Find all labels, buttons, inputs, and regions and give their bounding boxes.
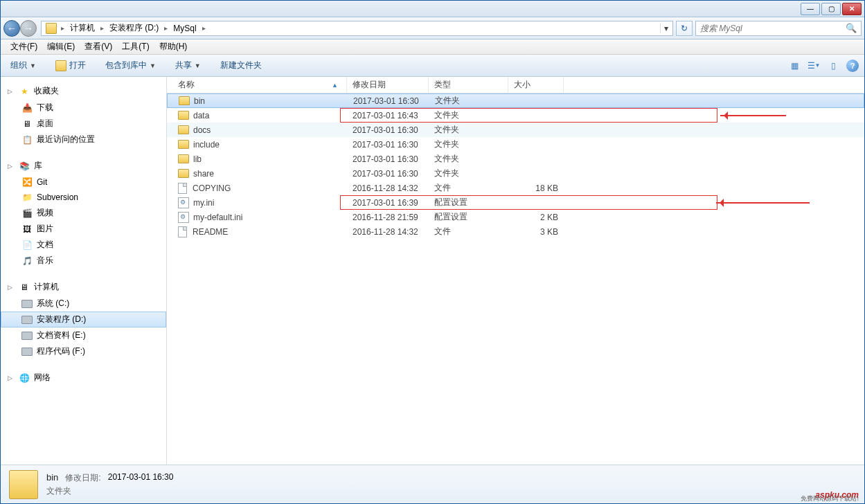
file-type: 文件夹	[429, 166, 508, 181]
address-dropdown[interactable]: ▾	[660, 24, 671, 33]
star-icon: ★	[19, 86, 30, 97]
help-icon[interactable]: ?	[846, 60, 859, 72]
breadcrumb-drive[interactable]: 安装程序 (D:)	[107, 21, 161, 35]
file-name: docs	[193, 125, 211, 135]
file-row[interactable]: my-default.ini2016-11-28 21:59配置设置2 KB	[167, 210, 864, 224]
search-bar[interactable]: 🔍	[695, 21, 862, 36]
sidebar-favorites[interactable]: ▷ ★ 收藏夹	[1, 82, 166, 100]
file-row[interactable]: my.ini2017-03-01 16:39配置设置	[167, 195, 864, 210]
column-type[interactable]: 类型	[429, 77, 508, 93]
sidebar-libraries[interactable]: ▷ 📚 库	[1, 157, 166, 174]
computer-icon: 🖥	[19, 282, 30, 293]
watermark-subtitle: 免费网站源码下载站!	[801, 494, 859, 503]
sidebar-network[interactable]: ▷ 🌐 网络	[1, 369, 166, 386]
drive-icon	[21, 348, 33, 356]
sidebar-videos[interactable]: 🎬视频	[1, 205, 166, 221]
status-date-label: 修改日期:	[65, 472, 100, 484]
view-options-icon[interactable]: ▦	[788, 60, 801, 72]
toolbar: 组织▼ 打开 包含到库中▼ 共享▼ 新建文件夹 ▦ ☰ ▼ ▯ ?	[1, 55, 864, 77]
menu-help[interactable]: 帮助(H)	[155, 39, 192, 54]
maximize-button[interactable]: ▢	[821, 3, 841, 15]
new-folder-button[interactable]: 新建文件夹	[216, 58, 266, 73]
menu-view[interactable]: 查看(V)	[80, 39, 116, 54]
file-date: 2016-11-28 21:59	[347, 210, 429, 224]
breadcrumb: ▸ 计算机 ▸ 安装程序 (D:) ▸ MySql ▸	[60, 21, 660, 35]
file-row[interactable]: docs2017-03-01 16:30文件夹	[167, 123, 864, 137]
title-bar: — ▢ ✕	[1, 1, 864, 17]
file-name: include	[193, 140, 220, 150]
breadcrumb-folder[interactable]: MySql	[170, 22, 199, 35]
include-library-button[interactable]: 包含到库中▼	[101, 58, 160, 73]
menu-file[interactable]: 文件(F)	[6, 39, 42, 54]
column-date[interactable]: 修改日期	[347, 77, 429, 93]
open-icon	[55, 60, 66, 71]
close-button[interactable]: ✕	[842, 3, 862, 15]
drive-icon	[21, 332, 33, 340]
sidebar-pictures[interactable]: 🖼图片	[1, 221, 166, 237]
file-date: 2017-03-01 16:30	[348, 94, 429, 107]
view-list-icon[interactable]: ☰ ▼	[808, 60, 820, 72]
drive-icon	[21, 300, 33, 308]
file-type: 文件	[429, 224, 508, 239]
file-name: README	[193, 227, 228, 237]
file-icon	[178, 183, 187, 194]
sort-indicator-icon: ▲	[332, 82, 338, 89]
file-type: 文件夹	[429, 123, 508, 137]
menu-tools[interactable]: 工具(T)	[118, 39, 153, 54]
search-input[interactable]	[700, 24, 846, 33]
file-row[interactable]: COPYING2016-11-28 14:32文件18 KB	[167, 181, 864, 195]
menu-bar: 文件(F) 编辑(E) 查看(V) 工具(T) 帮助(H)	[1, 39, 864, 55]
sidebar-drive-d[interactable]: 安装程序 (D:)	[1, 312, 166, 327]
column-size[interactable]: 大小	[508, 77, 564, 93]
file-date: 2017-03-01 16:30	[347, 166, 429, 181]
file-type: 文件夹	[429, 137, 508, 152]
file-type: 配置设置	[429, 210, 508, 224]
file-type: 文件	[429, 181, 508, 195]
sidebar-recent[interactable]: 📋最近访问的位置	[1, 132, 166, 147]
file-type: 文件夹	[429, 94, 509, 107]
file-size: 18 KB	[508, 181, 564, 195]
file-date: 2017-03-01 16:39	[347, 195, 429, 210]
sidebar-desktop[interactable]: 🖥桌面	[1, 116, 166, 132]
desktop-icon: 🖥	[21, 118, 33, 129]
sidebar-computer[interactable]: ▷ 🖥 计算机	[1, 278, 166, 296]
file-row[interactable]: bin2017-03-01 16:30文件夹	[167, 93, 864, 108]
file-row[interactable]: README2016-11-28 14:32文件3 KB	[167, 224, 864, 239]
status-folder-icon	[9, 470, 38, 499]
file-name: my.ini	[193, 198, 214, 208]
sidebar-drive-e[interactable]: 文档资料 (E:)	[1, 327, 166, 343]
forward-button[interactable]: →	[20, 20, 37, 37]
sidebar-drive-c[interactable]: 系统 (C:)	[1, 296, 166, 312]
file-size	[508, 108, 564, 123]
sidebar-music[interactable]: 🎵音乐	[1, 253, 166, 269]
folder-icon	[178, 140, 189, 149]
share-button[interactable]: 共享▼	[171, 58, 205, 73]
folder-icon	[178, 125, 189, 134]
file-row[interactable]: share2017-03-01 16:30文件夹	[167, 166, 864, 181]
search-icon[interactable]: 🔍	[846, 23, 857, 33]
preview-pane-icon[interactable]: ▯	[827, 60, 839, 72]
sidebar-downloads[interactable]: 📥下载	[1, 100, 166, 116]
back-button[interactable]: ←	[3, 20, 20, 37]
folder-icon	[178, 169, 189, 178]
column-name[interactable]: 名称▲	[167, 77, 347, 93]
sidebar-drive-f[interactable]: 程序代码 (F:)	[1, 343, 166, 359]
breadcrumb-sep: ▸	[163, 24, 169, 32]
breadcrumb-sep: ▸	[60, 24, 66, 32]
organize-button[interactable]: 组织▼	[6, 58, 40, 73]
file-row[interactable]: include2017-03-01 16:30文件夹	[167, 137, 864, 152]
refresh-button[interactable]: ↻	[676, 21, 693, 36]
menu-edit[interactable]: 编辑(E)	[43, 39, 79, 54]
file-row[interactable]: data2017-03-01 16:43文件夹	[167, 108, 864, 123]
minimize-button[interactable]: —	[801, 3, 820, 15]
folder-icon	[46, 23, 57, 34]
open-button[interactable]: 打开	[51, 58, 90, 73]
file-type: 配置设置	[429, 195, 508, 210]
sidebar-git[interactable]: 🔀Git	[1, 174, 166, 190]
breadcrumb-computer[interactable]: 计算机	[67, 21, 98, 35]
file-name: lib	[193, 154, 202, 164]
address-bar[interactable]: ▸ 计算机 ▸ 安装程序 (D:) ▸ MySql ▸ ▾	[41, 21, 673, 36]
file-row[interactable]: lib2017-03-01 16:30文件夹	[167, 152, 864, 166]
sidebar-subversion[interactable]: 📁Subversion	[1, 190, 166, 205]
sidebar-documents[interactable]: 📄文档	[1, 237, 166, 253]
